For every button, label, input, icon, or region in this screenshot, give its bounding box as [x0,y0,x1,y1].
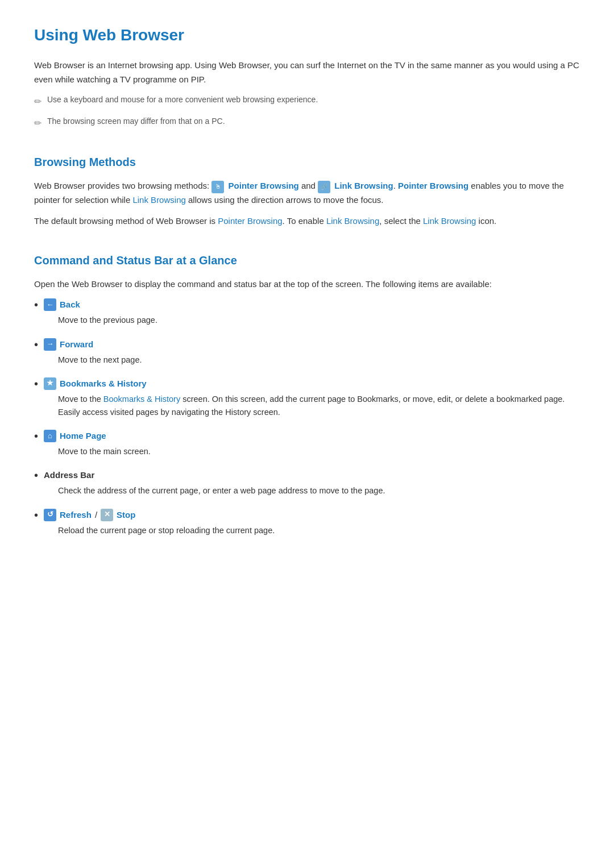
link-browsing-link-2[interactable]: Link Browsing [132,195,185,205]
forward-label[interactable]: Forward [60,338,93,351]
bullet-back: • [34,299,38,310]
stop-icon: ✕ [101,509,113,521]
list-item-home: • ⌂ Home Page Move to the main screen. [34,429,580,458]
intro-paragraph: Web Browser is an Internet browsing app.… [34,59,580,87]
command-items-list: • ← Back Move to the previous page. • → … [34,298,580,537]
slash-separator: / [95,508,97,522]
bullet-refresh-stop: • [34,509,38,521]
pointer-browsing-link-ref[interactable]: Pointer Browsing [398,181,468,190]
link-browsing-link-4[interactable]: Link Browsing [423,216,476,226]
refresh-label[interactable]: Refresh [60,508,92,522]
back-icon: ← [44,298,56,311]
list-item-back: • ← Back Move to the previous page. [34,298,580,327]
pointer-browsing-link-2[interactable]: Pointer Browsing [218,216,282,226]
stop-label[interactable]: Stop [117,508,135,522]
bookmarks-history-link[interactable]: Bookmarks & History [103,394,180,404]
back-label[interactable]: Back [60,298,80,312]
forward-icon: → [44,338,56,351]
list-item-refresh-stop: • ↺ Refresh / ✕ Stop Reload the current … [34,508,580,537]
refresh-stop-description: Reload the current page or stop reloadin… [58,524,580,537]
note-text-1: Use a keyboard and mouse for a more conv… [47,93,318,106]
note-text-2: The browsing screen may differ from that… [47,115,225,127]
bookmarks-label[interactable]: Bookmarks & History [60,377,147,391]
note-icon-1: ✏ [34,94,42,109]
command-status-heading: Command and Status Bar at a Glance [34,251,580,269]
pointer-browsing-icon: 🖱 [211,181,224,193]
bullet-bookmarks: • [34,378,38,389]
browsing-methods-paragraph-1: Web Browser provides two browsing method… [34,179,580,207]
bookmark-icon: ★ [44,377,56,390]
notes-section: ✏ Use a keyboard and mouse for a more co… [34,93,580,130]
bookmarks-description: Move to the Bookmarks & History screen. … [58,393,580,419]
refresh-icon: ↺ [44,509,56,521]
page-title: Using Web Browser [34,23,580,48]
home-icon: ⌂ [44,430,56,442]
link-browsing-icon: 🔗 [318,181,330,193]
list-item-bookmarks: • ★ Bookmarks & History Move to the Book… [34,377,580,419]
address-bar-description: Check the address of the current page, o… [58,484,580,497]
command-status-intro: Open the Web Browser to display the comm… [34,277,580,292]
link-browsing-link-3[interactable]: Link Browsing [326,216,379,226]
browsing-methods-heading: Browsing Methods [34,153,580,171]
back-description: Move to the previous page. [58,314,580,327]
note-item-2: ✏ The browsing screen may differ from th… [34,115,580,131]
list-item-address-bar: • Address Bar Check the address of the c… [34,468,580,497]
pointer-browsing-link-1[interactable]: Pointer Browsing [229,181,299,190]
bullet-address: • [34,470,38,481]
address-bar-label: Address Bar [44,468,94,482]
home-description: Move to the main screen. [58,445,580,458]
browsing-methods-paragraph-2: The default browsing method of Web Brows… [34,214,580,229]
note-icon-2: ✏ [34,116,42,131]
list-item-forward: • → Forward Move to the next page. [34,338,580,367]
bullet-forward: • [34,339,38,350]
bullet-home: • [34,430,38,442]
link-browsing-link-1[interactable]: Link Browsing [334,181,393,190]
forward-description: Move to the next page. [58,354,580,367]
home-label[interactable]: Home Page [60,429,106,443]
note-item-1: ✏ Use a keyboard and mouse for a more co… [34,93,580,109]
